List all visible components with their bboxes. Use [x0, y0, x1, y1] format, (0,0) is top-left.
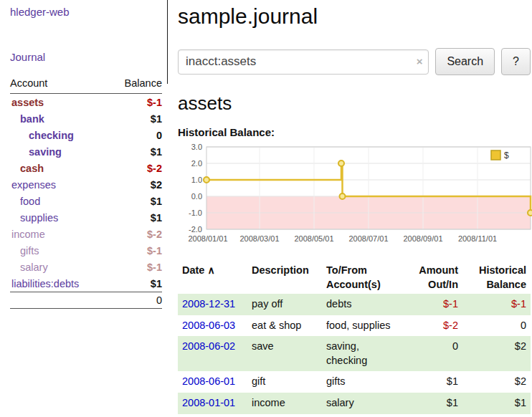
account-link-income[interactable]: income	[11, 229, 45, 240]
clear-search-icon[interactable]: ×	[417, 55, 423, 67]
transaction-balance: 0	[462, 315, 531, 337]
app-title-link[interactable]: hledger-web	[10, 6, 162, 18]
account-row: income $-2	[10, 226, 162, 242]
accounts-header-balance: Balance	[108, 76, 162, 94]
transaction-date-link[interactable]: 2008-06-01	[182, 375, 235, 387]
column-header-amount: Amount Out/In	[402, 262, 462, 294]
sort-ascending-icon: ∧	[207, 264, 214, 276]
account-row: cash $-2	[10, 160, 162, 176]
search-form: × Search ?	[178, 48, 531, 75]
register-header-row: Date∧ Description To/From Account(s) Amo…	[178, 262, 531, 294]
transaction-amount: $-1	[402, 294, 462, 315]
transaction-date-link[interactable]: 2008-12-31	[182, 298, 235, 310]
svg-text:2008/09/01: 2008/09/01	[403, 234, 442, 243]
search-button[interactable]: Search	[435, 48, 495, 75]
account-balance: $2	[108, 176, 162, 193]
transaction-description: income	[247, 393, 322, 414]
account-row: checking 0	[10, 127, 162, 143]
transaction-date-link[interactable]: 2008-06-02	[182, 340, 235, 352]
transaction-description: gift	[247, 371, 322, 393]
account-link-saving[interactable]: saving	[29, 146, 62, 158]
account-row: gifts $-1	[10, 242, 162, 259]
transaction-accounts: debts	[322, 294, 402, 315]
main-content: sample.journal × Search ? assets Histori…	[178, 0, 531, 414]
account-row: supplies $1	[10, 209, 162, 226]
account-balance: $-1	[108, 242, 162, 259]
transaction-description: eat & shop	[247, 315, 322, 337]
register-row: 2008-12-31 pay off debts $-1 $-1	[178, 294, 531, 315]
svg-text:-1.0: -1.0	[189, 208, 202, 217]
account-link-food[interactable]: food	[20, 196, 40, 207]
transaction-amount: $1	[402, 393, 462, 414]
account-row: saving $1	[10, 143, 162, 160]
column-header-accounts: To/From Account(s)	[322, 262, 402, 294]
transaction-date-link[interactable]: 2008-01-01	[182, 397, 235, 408]
account-balance: $1	[108, 143, 162, 160]
account-balance: $1	[108, 275, 162, 292]
svg-text:1.0: 1.0	[191, 176, 202, 184]
chart-legend: $	[491, 150, 509, 160]
account-row: food $1	[10, 193, 162, 209]
register-row: 2008-06-02 save saving, checking 0 $2	[178, 336, 531, 371]
transaction-balance: $2	[462, 336, 531, 371]
svg-text:2008/05/01: 2008/05/01	[294, 234, 333, 243]
transaction-amount: 0	[402, 336, 462, 371]
account-row: salary $-1	[10, 259, 162, 275]
accounts-table: Account Balance assets $-1 bank $1 check…	[10, 76, 162, 309]
account-balance: $-1	[108, 94, 162, 111]
chart-x-axis-labels: 2008/01/01 2008/03/01 2008/05/01 2008/07…	[188, 234, 497, 243]
account-link-supplies[interactable]: supplies	[20, 212, 58, 224]
column-header-date-label: Date	[182, 264, 204, 276]
accounts-total-row: 0	[10, 292, 162, 309]
transaction-accounts: saving, checking	[322, 336, 402, 371]
account-link-assets[interactable]: assets	[11, 97, 44, 108]
svg-text:2008/03/01: 2008/03/01	[239, 234, 279, 243]
account-link-gifts[interactable]: gifts	[20, 245, 39, 257]
account-link-cash[interactable]: cash	[20, 163, 44, 174]
transaction-accounts: food, supplies	[322, 315, 402, 337]
account-row: assets $-1	[10, 94, 162, 111]
column-header-description: Description	[247, 262, 322, 294]
account-link-salary[interactable]: salary	[20, 262, 48, 273]
transaction-balance: $1	[462, 393, 531, 414]
transaction-date-link[interactable]: 2008-06-03	[182, 320, 235, 331]
column-header-date[interactable]: Date∧	[178, 262, 247, 294]
historical-balance-chart: $ 3.0 2.0 1.0 0.0 -1.0 -2.0 2008/01/01 2…	[178, 143, 532, 250]
transaction-balance: $-1	[462, 294, 531, 315]
page-title: sample.journal	[178, 4, 531, 29]
svg-text:3.0: 3.0	[191, 143, 202, 151]
transaction-description: pay off	[247, 294, 322, 315]
transaction-amount: $-2	[402, 315, 462, 337]
account-balance: $1	[108, 209, 162, 226]
register-table: Date∧ Description To/From Account(s) Amo…	[178, 262, 531, 414]
svg-text:2008/11/01: 2008/11/01	[458, 234, 497, 243]
column-header-historical-balance: Historical Balance	[462, 262, 531, 294]
account-balance: $-2	[108, 160, 162, 176]
legend-label: $	[504, 150, 509, 160]
account-link-checking[interactable]: checking	[29, 130, 74, 141]
account-link-bank[interactable]: bank	[20, 113, 44, 125]
search-input[interactable]	[178, 49, 429, 75]
account-heading: assets	[178, 92, 531, 115]
transaction-accounts: salary	[322, 393, 402, 414]
account-row: expenses $2	[10, 176, 162, 193]
account-link-liabilities-debts[interactable]: liabilities:debts	[11, 278, 79, 289]
account-balance: $-2	[108, 226, 162, 242]
account-balance: $-1	[108, 259, 162, 275]
sidebar: hledger-web Journal Account Balance asse…	[0, 0, 169, 309]
transaction-accounts: gifts	[322, 371, 402, 393]
register-row: 2008-01-01 income salary $1 $1	[178, 393, 531, 414]
transaction-amount: $1	[402, 371, 462, 393]
register-row: 2008-06-01 gift gifts $1 $2	[178, 371, 531, 393]
accounts-header-row: Account Balance	[10, 76, 162, 94]
legend-swatch	[491, 150, 500, 160]
help-button[interactable]: ?	[501, 48, 531, 75]
sidebar-item-journal[interactable]: Journal	[10, 51, 162, 63]
account-row: liabilities:debts $1	[10, 275, 162, 292]
accounts-total-balance: 0	[108, 292, 162, 309]
account-link-expenses[interactable]: expenses	[11, 179, 56, 191]
transaction-description: save	[247, 336, 322, 371]
register-row: 2008-06-03 eat & shop food, supplies $-2…	[178, 315, 531, 337]
svg-text:0.0: 0.0	[191, 192, 202, 201]
chart-title: Historical Balance:	[178, 126, 531, 138]
